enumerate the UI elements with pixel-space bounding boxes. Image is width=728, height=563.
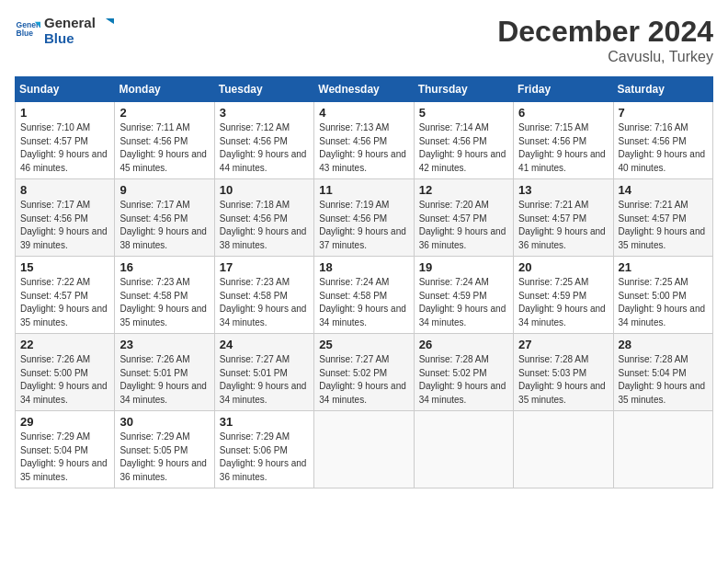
calendar-week-row: 22 Sunrise: 7:26 AM Sunset: 5:00 PM Dayl… (16, 334, 713, 411)
calendar-cell: 15 Sunrise: 7:22 AM Sunset: 4:57 PM Dayl… (16, 257, 115, 334)
calendar-cell: 24 Sunrise: 7:27 AM Sunset: 5:01 PM Dayl… (214, 334, 313, 411)
calendar-cell: 21 Sunrise: 7:25 AM Sunset: 5:00 PM Dayl… (613, 257, 712, 334)
day-number: 17 (220, 260, 309, 274)
day-number: 16 (119, 260, 209, 274)
weekday-header-tuesday: Tuesday (214, 77, 313, 102)
day-number: 3 (220, 106, 309, 120)
calendar-cell: 12 Sunrise: 7:20 AM Sunset: 4:57 PM Dayl… (414, 179, 513, 257)
day-number: 14 (619, 183, 708, 197)
calendar-cell: 6 Sunrise: 7:15 AM Sunset: 4:56 PM Dayli… (514, 102, 613, 179)
calendar-cell: 27 Sunrise: 7:28 AM Sunset: 5:03 PM Dayl… (514, 334, 613, 411)
day-info: Sunrise: 7:12 AM Sunset: 4:56 PM Dayligh… (220, 121, 309, 175)
day-number: 6 (518, 106, 608, 120)
day-info: Sunrise: 7:26 AM Sunset: 5:01 PM Dayligh… (119, 353, 209, 407)
calendar-cell: 22 Sunrise: 7:26 AM Sunset: 5:00 PM Dayl… (16, 334, 115, 411)
day-number: 2 (119, 106, 209, 120)
svg-marker-5 (106, 18, 114, 24)
calendar-cell: 29 Sunrise: 7:29 AM Sunset: 5:04 PM Dayl… (16, 411, 115, 488)
day-number: 12 (419, 183, 508, 197)
day-info: Sunrise: 7:27 AM Sunset: 5:01 PM Dayligh… (220, 353, 309, 407)
day-info: Sunrise: 7:21 AM Sunset: 4:57 PM Dayligh… (518, 199, 608, 252)
day-number: 31 (220, 415, 309, 429)
day-info: Sunrise: 7:25 AM Sunset: 4:59 PM Dayligh… (518, 276, 608, 329)
day-number: 19 (419, 260, 508, 274)
calendar-cell: 16 Sunrise: 7:23 AM Sunset: 4:58 PM Dayl… (115, 257, 214, 334)
logo-bird-icon (97, 17, 114, 29)
day-info: Sunrise: 7:22 AM Sunset: 4:57 PM Dayligh… (20, 276, 109, 329)
day-number: 4 (319, 106, 408, 120)
day-number: 27 (518, 338, 608, 351)
calendar-cell: 1 Sunrise: 7:10 AM Sunset: 4:57 PM Dayli… (16, 102, 115, 179)
calendar-cell: 8 Sunrise: 7:17 AM Sunset: 4:56 PM Dayli… (16, 179, 115, 257)
day-info: Sunrise: 7:17 AM Sunset: 4:56 PM Dayligh… (119, 199, 209, 252)
calendar-cell: 4 Sunrise: 7:13 AM Sunset: 4:56 PM Dayli… (314, 102, 414, 179)
day-info: Sunrise: 7:21 AM Sunset: 4:57 PM Dayligh… (619, 199, 708, 252)
location: Cavuslu, Turkey (497, 49, 713, 65)
calendar-cell: 31 Sunrise: 7:29 AM Sunset: 5:06 PM Dayl… (214, 411, 313, 488)
day-info: Sunrise: 7:29 AM Sunset: 5:05 PM Dayligh… (119, 431, 209, 484)
page-header: General Blue General Blue December 2024 … (15, 15, 713, 65)
svg-text:General: General (17, 20, 40, 29)
day-number: 10 (220, 183, 309, 197)
logo-line1: General (44, 15, 96, 30)
calendar-cell: 10 Sunrise: 7:18 AM Sunset: 4:56 PM Dayl… (214, 179, 313, 257)
calendar-cell: 20 Sunrise: 7:25 AM Sunset: 4:59 PM Dayl… (514, 257, 613, 334)
day-number: 5 (419, 106, 508, 120)
day-info: Sunrise: 7:17 AM Sunset: 4:56 PM Dayligh… (20, 199, 109, 252)
calendar-cell (613, 411, 712, 488)
calendar-cell: 18 Sunrise: 7:24 AM Sunset: 4:58 PM Dayl… (314, 257, 414, 334)
day-info: Sunrise: 7:19 AM Sunset: 4:56 PM Dayligh… (319, 199, 408, 252)
day-info: Sunrise: 7:16 AM Sunset: 4:56 PM Dayligh… (619, 121, 708, 175)
day-info: Sunrise: 7:14 AM Sunset: 4:56 PM Dayligh… (419, 121, 508, 175)
calendar-week-row: 15 Sunrise: 7:22 AM Sunset: 4:57 PM Dayl… (16, 257, 713, 334)
day-number: 21 (619, 260, 708, 274)
day-number: 24 (220, 338, 309, 351)
day-number: 29 (20, 415, 109, 429)
logo: General Blue General Blue (15, 15, 114, 46)
title-section: December 2024 Cavuslu, Turkey (497, 15, 713, 65)
day-info: Sunrise: 7:11 AM Sunset: 4:56 PM Dayligh… (119, 121, 209, 175)
calendar-cell: 23 Sunrise: 7:26 AM Sunset: 5:01 PM Dayl… (115, 334, 214, 411)
calendar-cell: 19 Sunrise: 7:24 AM Sunset: 4:59 PM Dayl… (414, 257, 513, 334)
day-info: Sunrise: 7:10 AM Sunset: 4:57 PM Dayligh… (20, 121, 109, 175)
day-number: 22 (20, 338, 109, 351)
day-info: Sunrise: 7:24 AM Sunset: 4:58 PM Dayligh… (319, 276, 408, 329)
day-number: 15 (20, 260, 109, 274)
day-number: 26 (419, 338, 508, 351)
weekday-header-row: SundayMondayTuesdayWednesdayThursdayFrid… (16, 77, 713, 102)
day-number: 11 (319, 183, 408, 197)
logo-line2: Blue (44, 30, 114, 46)
calendar-week-row: 1 Sunrise: 7:10 AM Sunset: 4:57 PM Dayli… (16, 102, 713, 179)
calendar-table: SundayMondayTuesdayWednesdayThursdayFrid… (15, 76, 713, 488)
day-number: 28 (619, 338, 708, 351)
calendar-cell: 30 Sunrise: 7:29 AM Sunset: 5:05 PM Dayl… (115, 411, 214, 488)
calendar-cell (514, 411, 613, 488)
day-info: Sunrise: 7:29 AM Sunset: 5:06 PM Dayligh… (220, 431, 309, 484)
day-info: Sunrise: 7:26 AM Sunset: 5:00 PM Dayligh… (20, 353, 109, 407)
calendar-week-row: 8 Sunrise: 7:17 AM Sunset: 4:56 PM Dayli… (16, 179, 713, 257)
calendar-cell: 9 Sunrise: 7:17 AM Sunset: 4:56 PM Dayli… (115, 179, 214, 257)
day-info: Sunrise: 7:27 AM Sunset: 5:02 PM Dayligh… (319, 353, 408, 407)
weekday-header-thursday: Thursday (414, 77, 513, 102)
calendar-cell: 28 Sunrise: 7:28 AM Sunset: 5:04 PM Dayl… (613, 334, 712, 411)
day-number: 30 (119, 415, 209, 429)
day-number: 23 (119, 338, 209, 351)
calendar-body: 1 Sunrise: 7:10 AM Sunset: 4:57 PM Dayli… (16, 102, 713, 488)
month-title: December 2024 (497, 15, 713, 49)
calendar-cell: 26 Sunrise: 7:28 AM Sunset: 5:02 PM Dayl… (414, 334, 513, 411)
day-number: 9 (119, 183, 209, 197)
day-info: Sunrise: 7:15 AM Sunset: 4:56 PM Dayligh… (518, 121, 608, 175)
weekday-header-sunday: Sunday (16, 77, 115, 102)
calendar-week-row: 29 Sunrise: 7:29 AM Sunset: 5:04 PM Dayl… (16, 411, 713, 488)
calendar-cell: 3 Sunrise: 7:12 AM Sunset: 4:56 PM Dayli… (214, 102, 313, 179)
calendar-cell: 11 Sunrise: 7:19 AM Sunset: 4:56 PM Dayl… (314, 179, 414, 257)
weekday-header-saturday: Saturday (613, 77, 712, 102)
day-number: 20 (518, 260, 608, 274)
calendar-cell: 2 Sunrise: 7:11 AM Sunset: 4:56 PM Dayli… (115, 102, 214, 179)
day-info: Sunrise: 7:25 AM Sunset: 5:00 PM Dayligh… (619, 276, 708, 329)
day-number: 1 (20, 106, 109, 120)
weekday-header-monday: Monday (115, 77, 214, 102)
calendar-cell (314, 411, 414, 488)
weekday-header-friday: Friday (514, 77, 613, 102)
day-info: Sunrise: 7:23 AM Sunset: 4:58 PM Dayligh… (119, 276, 209, 329)
